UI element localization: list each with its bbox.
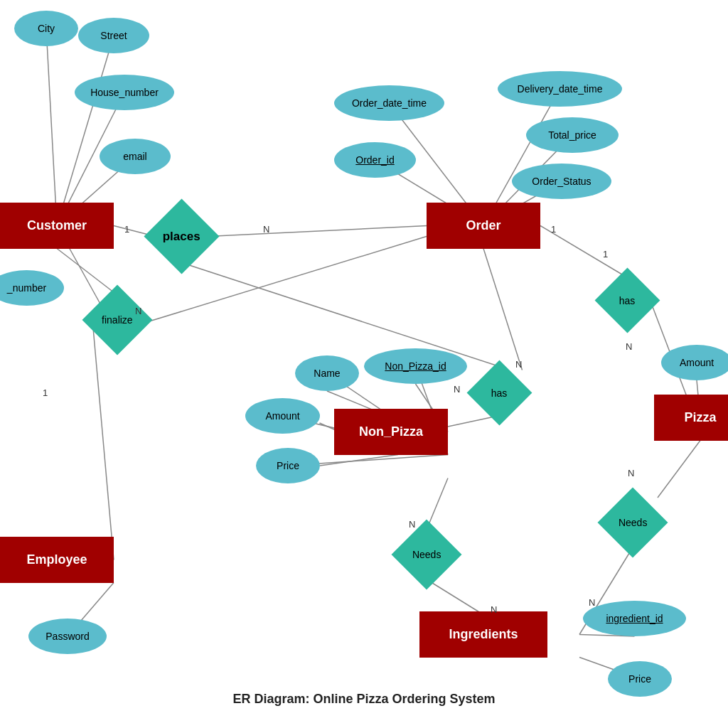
svg-line-0 <box>46 28 57 226</box>
cardinality-label-7: N <box>515 359 522 370</box>
entity-customer: Customer <box>0 203 114 249</box>
title: ER Diagram: Online Pizza Ordering System <box>0 692 728 707</box>
attribute-email: email <box>100 139 171 174</box>
svg-line-12 <box>57 249 117 296</box>
cardinality-label-11: N <box>628 468 634 478</box>
svg-line-13 <box>92 320 114 560</box>
cardinality-label-6: N <box>626 341 632 352</box>
attribute-house_number: House_number <box>75 75 174 110</box>
entity-ingredients: Ingredients <box>419 611 547 658</box>
attribute-order_date_time: Order_date_time <box>334 85 444 121</box>
cardinality-label-3: 1 <box>43 387 48 398</box>
attribute-nonpizza_price: Price <box>256 448 320 483</box>
cardinality-label-1: N <box>263 224 269 235</box>
entity-pizza: Pizza <box>654 395 728 441</box>
cardinality-label-0: 1 <box>124 224 129 235</box>
cardinality-label-8: N <box>454 384 460 395</box>
svg-line-27 <box>320 455 398 466</box>
svg-line-34 <box>182 263 500 367</box>
cardinality-label-12: N <box>589 597 595 608</box>
attribute-ingredient_id: ingredient_id <box>583 601 686 636</box>
entity-employee: Employee <box>0 537 114 583</box>
cardinality-label-4: 1 <box>551 224 556 235</box>
attribute-nonpizza_name: Name <box>295 355 359 391</box>
entity-order: Order <box>427 203 540 249</box>
entity-nonpizza: Non_Pizza <box>334 409 448 455</box>
cardinality-label-5: 1 <box>603 249 608 259</box>
attribute-order_status: Order_Status <box>512 164 611 199</box>
attribute-street: Street <box>78 18 149 53</box>
cardinality-label-10: N <box>491 604 497 615</box>
attribute-pizza_amount: Amount <box>661 345 728 380</box>
attribute-nonpizza_amount: Amount <box>245 398 320 434</box>
svg-line-6 <box>208 226 427 237</box>
attribute-city: City <box>14 11 78 46</box>
svg-line-18 <box>483 249 523 370</box>
attribute-delivery_date_time: Delivery_date_time <box>498 71 622 107</box>
attribute-total_price: Total_price <box>526 117 619 153</box>
attribute-ingredient_price: Price <box>608 661 672 697</box>
svg-line-30 <box>658 441 700 498</box>
attribute-nonpizza_id: Non_Pizza_id <box>364 348 467 384</box>
attribute-password: Password <box>28 619 107 654</box>
attribute-order_id: Order_id <box>334 142 416 178</box>
cardinality-label-9: N <box>409 519 415 530</box>
cardinality-label-2: N <box>135 306 141 316</box>
